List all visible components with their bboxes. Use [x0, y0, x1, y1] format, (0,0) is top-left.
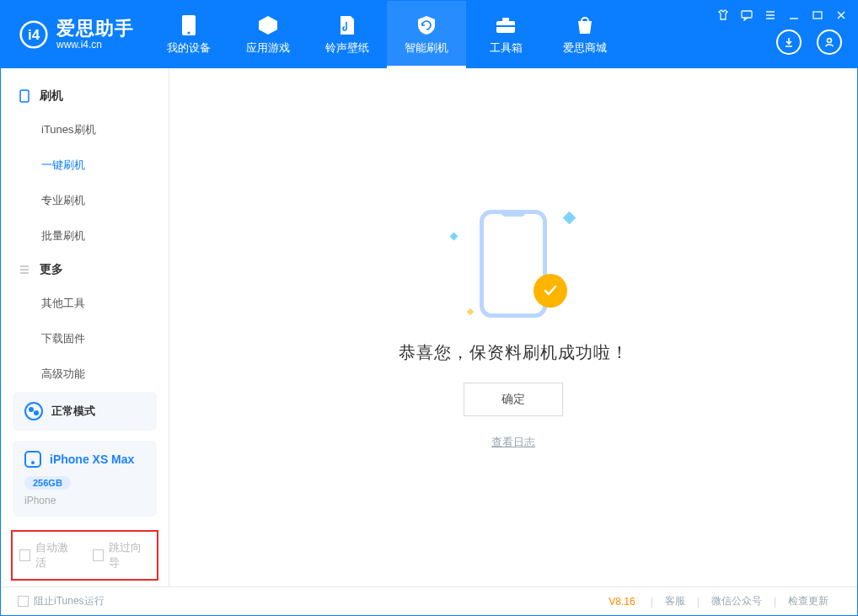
nav-label: 应用游戏 — [246, 40, 290, 56]
nav-ringtones-wallpapers[interactable]: 铃声壁纸 — [308, 1, 387, 68]
mode-card[interactable]: 正常模式 — [13, 392, 157, 431]
svg-rect-5 — [502, 18, 509, 21]
shirt-icon[interactable] — [717, 9, 729, 21]
close-button[interactable] — [835, 9, 847, 21]
auto-activate-checkbox[interactable]: 自动激活 — [19, 540, 78, 570]
checkbox-icon — [19, 549, 30, 561]
svg-rect-8 — [813, 12, 822, 19]
device-type: iPhone — [24, 495, 145, 506]
header: i4 爱思助手 www.i4.cn 我的设备 应用游戏 铃声壁纸 智能刷机 工具… — [1, 1, 857, 68]
sidebar-item-onekey-flash[interactable]: 一键刷机 — [1, 147, 169, 183]
device-name: iPhone XS Max — [50, 453, 134, 466]
nav-smart-flash[interactable]: 智能刷机 — [387, 1, 466, 68]
success-check-icon — [534, 274, 567, 308]
svg-point-9 — [828, 39, 832, 43]
sidebar-item-other-tools[interactable]: 其他工具 — [1, 286, 169, 321]
svg-point-3 — [188, 32, 190, 35]
menu-icon[interactable] — [764, 9, 776, 21]
feedback-icon[interactable] — [741, 9, 753, 21]
sparkle-icon — [450, 233, 458, 241]
section-head-more[interactable]: 更多 — [1, 254, 169, 286]
music-file-icon — [335, 13, 359, 37]
svg-text:i4: i4 — [28, 27, 40, 43]
shield-refresh-icon — [415, 13, 438, 37]
header-action-icons — [776, 29, 847, 60]
toolbox-icon — [494, 13, 517, 37]
section-label: 更多 — [40, 262, 63, 277]
cube-icon — [256, 13, 280, 37]
checkbox-icon — [93, 549, 104, 561]
download-button[interactable] — [776, 29, 802, 55]
svg-rect-10 — [20, 90, 29, 102]
view-log-link[interactable]: 查看日志 — [491, 435, 535, 450]
skip-guide-checkbox[interactable]: 跳过向导 — [93, 540, 151, 570]
svg-rect-6 — [496, 25, 515, 27]
nav-my-device[interactable]: 我的设备 — [149, 1, 228, 68]
checkbox-label: 阻止iTunes运行 — [34, 594, 105, 608]
mode-icon — [24, 402, 43, 420]
device-card[interactable]: iPhone XS Max 256GB iPhone — [13, 441, 157, 517]
block-itunes-checkbox[interactable]: 阻止iTunes运行 — [18, 594, 105, 608]
maximize-button[interactable] — [812, 9, 823, 21]
options-row-highlight: 自动激活 跳过向导 — [11, 530, 158, 581]
account-button[interactable] — [817, 29, 842, 55]
checkbox-icon — [18, 596, 29, 607]
section-head-flash[interactable]: 刷机 — [1, 80, 169, 112]
sidebar-item-pro-flash[interactable]: 专业刷机 — [1, 183, 169, 218]
capacity-badge: 256GB — [24, 476, 71, 490]
checkbox-label: 自动激活 — [35, 540, 77, 570]
version-label: V8.16 — [609, 596, 635, 608]
nav-label: 我的设备 — [167, 40, 211, 56]
body: 刷机 iTunes刷机 一键刷机 专业刷机 批量刷机 更多 其他工具 下载固件 … — [1, 68, 857, 587]
wechat-link[interactable]: 微信公众号 — [700, 594, 774, 608]
sidebar-bottom: 正常模式 iPhone XS Max 256GB iPhone — [1, 392, 169, 527]
sidebar-item-download-firmware[interactable]: 下载固件 — [1, 321, 169, 356]
nav-store[interactable]: 爱思商城 — [545, 1, 625, 68]
minimize-button[interactable] — [788, 9, 800, 21]
sparkle-icon — [467, 308, 474, 315]
device-icon — [24, 451, 41, 468]
nav-label: 爱思商城 — [563, 40, 607, 56]
check-update-link[interactable]: 检查更新 — [776, 594, 840, 608]
ok-button[interactable]: 确定 — [464, 383, 563, 416]
sidebar-item-batch-flash[interactable]: 批量刷机 — [1, 218, 169, 254]
checkbox-label: 跳过向导 — [109, 540, 150, 570]
sidebar-item-advanced[interactable]: 高级功能 — [1, 356, 169, 392]
customer-service-link[interactable]: 客服 — [653, 594, 697, 608]
sidebar: 刷机 iTunes刷机 一键刷机 专业刷机 批量刷机 更多 其他工具 下载固件 … — [1, 68, 169, 587]
footer: 阻止iTunes运行 V8.16 | 客服 | 微信公众号 | 检查更新 — [1, 587, 857, 615]
top-nav: 我的设备 应用游戏 铃声壁纸 智能刷机 工具箱 爱思商城 — [149, 1, 707, 68]
bag-icon — [573, 13, 597, 37]
nav-apps-games[interactable]: 应用游戏 — [228, 1, 308, 68]
logo-area: i4 爱思助手 www.i4.cn — [1, 1, 149, 68]
nav-label: 铃声壁纸 — [325, 40, 369, 56]
nav-toolbox[interactable]: 工具箱 — [466, 1, 545, 68]
success-text: 恭喜您，保资料刷机成功啦！ — [399, 341, 629, 364]
mode-label: 正常模式 — [51, 404, 95, 419]
logo-text: 爱思助手 www.i4.cn — [56, 18, 134, 51]
sparkle-icon — [563, 212, 576, 225]
success-illustration — [446, 205, 581, 323]
svg-rect-7 — [742, 11, 752, 18]
app-subtitle: www.i4.cn — [56, 40, 134, 51]
section-label: 刷机 — [40, 88, 63, 104]
header-right — [707, 1, 857, 68]
app-logo-icon: i4 — [19, 20, 48, 49]
main-content: 恭喜您，保资料刷机成功啦！ 确定 查看日志 — [169, 68, 857, 587]
app-title: 爱思助手 — [56, 18, 134, 39]
nav-label: 智能刷机 — [405, 40, 448, 56]
list-icon — [18, 263, 31, 276]
phone-icon — [18, 89, 31, 103]
window-controls — [717, 9, 847, 21]
nav-label: 工具箱 — [490, 40, 523, 56]
device-icon — [177, 13, 201, 37]
sidebar-scroll: 刷机 iTunes刷机 一键刷机 专业刷机 批量刷机 更多 其他工具 下载固件 … — [1, 68, 169, 392]
sidebar-item-itunes-flash[interactable]: iTunes刷机 — [1, 112, 169, 147]
